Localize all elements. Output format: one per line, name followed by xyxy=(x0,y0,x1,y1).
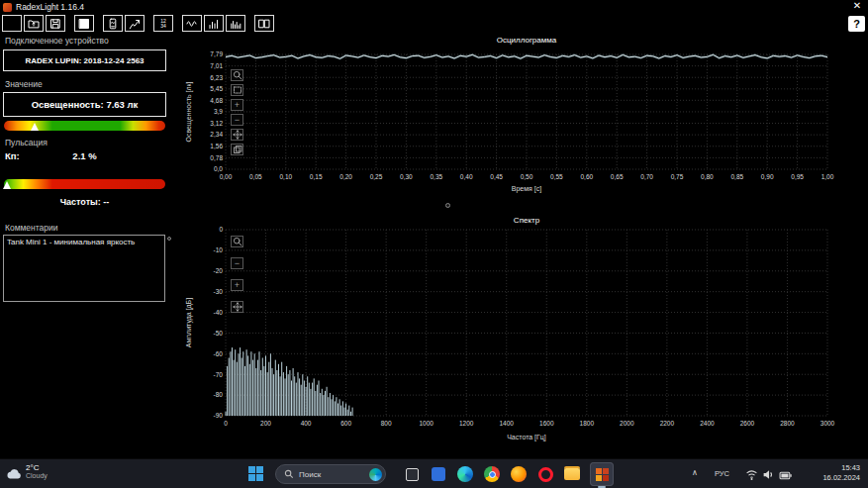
taskbar-app-edge[interactable] xyxy=(453,462,477,486)
pulsation-section-heading: Пульсация xyxy=(5,138,48,147)
svg-text:-50: -50 xyxy=(214,330,224,337)
taskbar-app-documents[interactable] xyxy=(427,462,450,486)
svg-text:0: 0 xyxy=(224,420,228,427)
illuminance-marker-icon xyxy=(31,123,39,131)
open-folder-button[interactable] xyxy=(2,15,22,32)
svg-text:0,85: 0,85 xyxy=(730,173,743,180)
kp-marker-icon xyxy=(3,181,11,189)
svg-text:0,50: 0,50 xyxy=(521,173,533,180)
svg-text:7,79: 7,79 xyxy=(210,50,223,57)
svg-text:0,20: 0,20 xyxy=(339,173,352,180)
help-button[interactable]: ? xyxy=(848,16,865,32)
svg-text:-80: -80 xyxy=(214,391,224,398)
import-button[interactable] xyxy=(24,15,44,32)
svg-text:1400: 1400 xyxy=(499,420,514,427)
svg-text:6,23: 6,23 xyxy=(210,74,223,81)
svg-text:0,70: 0,70 xyxy=(640,173,653,180)
svg-text:-60: -60 xyxy=(214,350,224,357)
svg-text:1200: 1200 xyxy=(459,420,474,427)
svg-text:2,34: 2,34 xyxy=(210,131,223,138)
svg-text:-40: -40 xyxy=(214,309,224,316)
radexlight-icon xyxy=(596,468,609,481)
start-button[interactable] xyxy=(248,466,263,481)
svg-text:-90: -90 xyxy=(214,412,224,419)
comments-section-heading: Комментарии xyxy=(5,223,58,233)
time-label: 15:43 xyxy=(791,463,860,473)
taskbar-app-chrome[interactable] xyxy=(480,462,504,486)
weather-widget[interactable]: 2°C Cloudy xyxy=(26,463,48,479)
title-bar: RadexLight 1.16.4 xyxy=(0,0,868,14)
svg-text:3000: 3000 xyxy=(820,420,835,427)
zoom-in-icon[interactable]: + xyxy=(231,99,243,111)
taskbar-app-opera[interactable] xyxy=(533,462,557,486)
close-button[interactable]: ✕ xyxy=(850,0,864,11)
svg-text:0,15: 0,15 xyxy=(310,173,323,180)
svg-text:0,65: 0,65 xyxy=(611,173,624,180)
zoom-out-icon[interactable]: − xyxy=(231,257,243,269)
svg-text:1,00: 1,00 xyxy=(821,173,834,180)
svg-text:2800: 2800 xyxy=(780,420,795,427)
zoom-mode-icon[interactable] xyxy=(231,236,243,247)
spectrum-view-button[interactable] xyxy=(226,15,245,32)
time-scroll-handle[interactable] xyxy=(445,203,450,208)
comment-input[interactable]: Tank Mini 1 - минимальная яркость xyxy=(3,235,165,302)
pan-icon[interactable] xyxy=(231,301,243,313)
reset-view-icon[interactable] xyxy=(231,144,243,155)
search-box[interactable]: Поиск xyxy=(275,464,386,484)
language-indicator[interactable]: РУС xyxy=(715,469,729,478)
wifi-icon[interactable] xyxy=(745,467,758,485)
svg-text:Осциллограмма: Осциллограмма xyxy=(497,36,557,45)
svg-text:0,35: 0,35 xyxy=(430,173,442,180)
svg-text:34: 34 xyxy=(160,23,166,29)
record-button[interactable] xyxy=(74,15,94,32)
svg-text:Частота [Гц]: Частота [Гц] xyxy=(507,434,546,441)
save-button[interactable] xyxy=(46,15,65,32)
taskbar-app-firefox[interactable] xyxy=(507,462,530,486)
frequencies-label: Частоты: -- xyxy=(0,197,169,207)
comment-resize-handle[interactable] xyxy=(167,237,171,241)
svg-text:-10: -10 xyxy=(214,246,224,253)
volume-icon[interactable] xyxy=(762,467,775,485)
device-section-heading: Подключенное устройство xyxy=(5,36,109,46)
date-label: 16.02.2024 xyxy=(791,473,860,483)
comment-text: Tank Mini 1 - минимальная яркость xyxy=(7,238,135,246)
taskbar: 2°C Cloudy Поиск ∧ РУС 15:43 16.02.2024 xyxy=(0,458,868,488)
kp-scale-bar xyxy=(4,179,165,189)
zoom-mode-icon[interactable] xyxy=(231,69,243,81)
svg-text:0,75: 0,75 xyxy=(671,173,684,180)
oscillogram-view-button[interactable] xyxy=(182,15,202,32)
windows-logo-icon xyxy=(248,466,263,481)
svg-text:600: 600 xyxy=(340,420,351,427)
timer-button[interactable]: 1234 xyxy=(153,15,173,32)
tray-chevron-icon[interactable]: ∧ xyxy=(692,468,698,477)
illuminance-value-box: Освещенность: 7.63 лк xyxy=(3,92,166,117)
device-settings-button[interactable] xyxy=(103,15,123,32)
histogram-view-button[interactable] xyxy=(204,15,224,32)
zoom-out-icon[interactable]: − xyxy=(231,114,243,126)
device-name-box[interactable]: RADEX LUPIN: 2018-12-24 2563 xyxy=(3,49,166,71)
oscillogram-toolbar: + − xyxy=(231,69,243,155)
chrome-icon xyxy=(484,466,500,482)
zoom-window-icon[interactable] xyxy=(231,84,243,96)
svg-text:0,45: 0,45 xyxy=(490,173,503,180)
svg-text:0,90: 0,90 xyxy=(761,173,774,180)
taskbar-app-task-view[interactable] xyxy=(400,462,424,486)
weather-icon[interactable] xyxy=(5,465,23,487)
split-view-button[interactable] xyxy=(254,15,274,32)
weather-temp: 2°C xyxy=(26,463,48,472)
opera-icon xyxy=(538,467,553,482)
spectrum-chart[interactable]: 0200400600800100012001400160018002000220… xyxy=(181,214,868,453)
zoom-in-icon[interactable]: + xyxy=(231,279,243,291)
taskbar-app-radexlight[interactable] xyxy=(590,462,614,486)
svg-text:-20: -20 xyxy=(214,267,224,274)
export-graph-button[interactable] xyxy=(125,15,145,32)
weather-condition: Cloudy xyxy=(26,472,48,479)
task-view-icon xyxy=(406,468,419,481)
svg-text:2000: 2000 xyxy=(620,420,634,427)
pan-icon[interactable] xyxy=(231,129,243,141)
clock-widget[interactable]: 15:43 16.02.2024 xyxy=(791,463,860,483)
oscillogram-chart[interactable]: 0,000,050,100,150,200,250,300,350,400,45… xyxy=(181,33,868,213)
taskbar-app-file-explorer[interactable] xyxy=(560,462,584,486)
svg-text:0,30: 0,30 xyxy=(400,173,413,180)
svg-text:2200: 2200 xyxy=(660,420,675,427)
